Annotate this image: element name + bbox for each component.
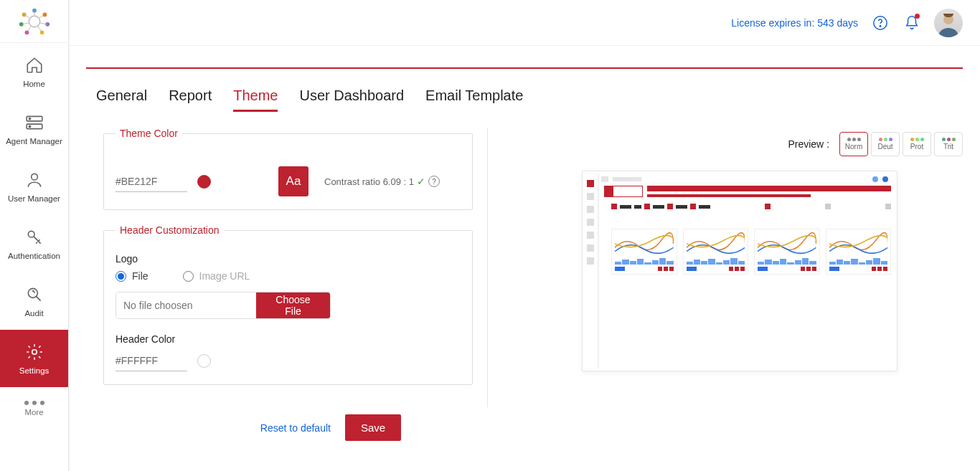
svg-line-10: [39, 22, 46, 24]
gear-icon: [24, 342, 44, 362]
sidebar-item-user-manager[interactable]: User Manager: [0, 158, 68, 215]
topbar: License expires in: 543 days: [69, 0, 980, 46]
home-icon: [24, 55, 44, 75]
svg-line-13: [22, 22, 29, 24]
tab-user-dashboard[interactable]: User Dashboard: [299, 87, 404, 112]
red-divider: [86, 67, 963, 69]
logo-label: Logo: [116, 253, 461, 265]
preview-mode-prot[interactable]: Prot: [903, 132, 931, 156]
preview-mode-trit[interactable]: Trit: [934, 132, 963, 156]
contrast-ratio-text: Contrast ratio 6.09 : 1✓?: [324, 176, 440, 187]
agent-manager-icon: [24, 113, 44, 133]
preview-mode-deut[interactable]: Deut: [871, 132, 900, 156]
audit-icon: [24, 285, 44, 305]
tab-email-template[interactable]: Email Template: [425, 87, 523, 112]
logo-source-url-radio[interactable]: Image URL: [183, 270, 250, 282]
logo: [0, 0, 69, 43]
notifications-button[interactable]: [903, 14, 921, 32]
theme-settings-column: Theme Color Aa Contrast ratio 6.09 : 1✓?…: [86, 128, 488, 407]
svg-point-7: [22, 12, 26, 16]
theme-color-input[interactable]: [116, 171, 187, 192]
sidebar-label-audit: Audit: [24, 309, 43, 318]
header-color-input[interactable]: [116, 351, 187, 371]
svg-point-2: [42, 12, 47, 16]
theme-color-swatch[interactable]: [197, 175, 211, 189]
svg-point-1: [32, 8, 37, 12]
svg-point-20: [28, 231, 34, 237]
avatar[interactable]: [934, 9, 963, 37]
check-icon: ✓: [417, 176, 425, 187]
sidebar: Home Agent Manager User Manager Authenti…: [0, 0, 69, 471]
svg-line-14: [25, 15, 29, 18]
theme-color-fieldset: Theme Color Aa Contrast ratio 6.09 : 1✓?: [103, 128, 473, 210]
action-row: Reset to default Save: [69, 414, 963, 441]
sidebar-label-user-manager: User Manager: [8, 194, 60, 203]
header-color-label: Header Color: [116, 333, 461, 345]
svg-line-11: [37, 26, 41, 31]
nav: Home Agent Manager User Manager Authenti…: [0, 43, 68, 387]
tabs: General Report Theme User Dashboard Emai…: [86, 87, 963, 112]
choose-file-button[interactable]: Choose File: [256, 292, 330, 318]
svg-point-5: [24, 30, 29, 34]
main: License expires in: 543 days General Rep…: [69, 0, 980, 471]
svg-point-18: [29, 125, 30, 127]
user-manager-icon: [24, 170, 44, 190]
tab-theme[interactable]: Theme: [233, 87, 278, 112]
content: General Report Theme User Dashboard Emai…: [69, 46, 980, 471]
svg-point-19: [31, 173, 37, 180]
preview-mode-norm[interactable]: Norm: [839, 132, 868, 156]
sidebar-item-agent-manager[interactable]: Agent Manager: [0, 100, 68, 158]
header-color-swatch[interactable]: [197, 354, 211, 368]
svg-line-9: [39, 15, 43, 18]
svg-line-12: [27, 26, 31, 31]
contrast-sample-box: Aa: [278, 166, 308, 196]
sidebar-label-more: More: [24, 408, 43, 417]
preview-box: [517, 171, 963, 407]
sidebar-label-home: Home: [23, 80, 45, 88]
theme-panel: Theme Color Aa Contrast ratio 6.09 : 1✓?…: [86, 128, 963, 407]
preview-mode-group: Norm Deut Prot Trit: [839, 132, 963, 156]
app-logo-icon: [17, 7, 52, 36]
more-dots-icon: [24, 401, 44, 405]
sidebar-item-audit[interactable]: Audit: [0, 272, 68, 330]
preview-column: Preview : Norm Deut Prot Trit: [509, 128, 963, 407]
sidebar-label-agent-manager: Agent Manager: [6, 137, 62, 146]
preview-label: Preview :: [788, 138, 829, 150]
sidebar-item-settings[interactable]: Settings: [0, 330, 68, 387]
tab-general[interactable]: General: [96, 87, 147, 112]
contrast-help-icon[interactable]: ?: [428, 176, 440, 187]
header-customization-legend: Header Customization: [116, 224, 224, 236]
sidebar-item-home[interactable]: Home: [0, 43, 68, 100]
help-button[interactable]: [871, 14, 890, 32]
logo-source-file-radio[interactable]: File: [116, 270, 149, 282]
svg-point-4: [39, 30, 44, 34]
sidebar-item-authentication[interactable]: Authentication: [0, 215, 68, 272]
logo-file-input[interactable]: [116, 292, 256, 318]
notification-dot-icon: [915, 14, 920, 19]
sidebar-label-settings: Settings: [19, 366, 50, 375]
svg-point-22: [32, 350, 37, 355]
sidebar-item-more[interactable]: More: [0, 387, 68, 430]
preview-thumbnail: [582, 171, 897, 371]
preview-header: Preview : Norm Deut Prot Trit: [517, 132, 963, 156]
svg-point-17: [29, 118, 30, 120]
theme-color-legend: Theme Color: [116, 128, 182, 139]
license-expiry-text[interactable]: License expires in: 543 days: [731, 17, 858, 29]
svg-point-0: [29, 16, 39, 27]
save-button[interactable]: Save: [345, 414, 401, 441]
logo-file-row: Choose File: [116, 292, 331, 319]
authentication-icon: [24, 227, 44, 247]
tab-report[interactable]: Report: [169, 87, 212, 112]
header-customization-fieldset: Header Customization Logo File Image URL…: [103, 224, 473, 385]
sidebar-label-authentication: Authentication: [8, 252, 60, 260]
svg-point-24: [880, 25, 880, 26]
reset-to-default-link[interactable]: Reset to default: [260, 422, 331, 434]
